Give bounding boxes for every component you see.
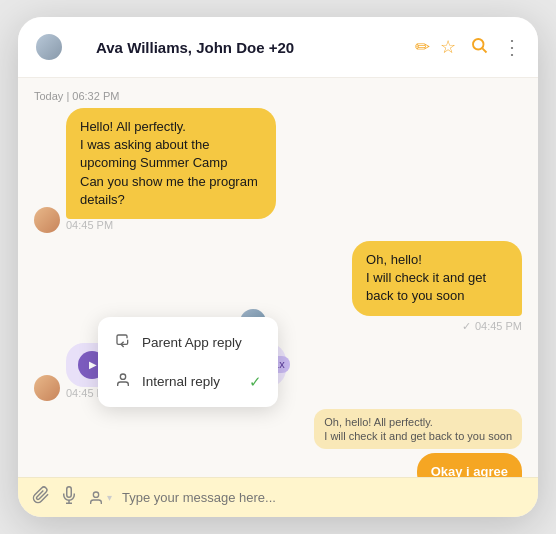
input-bar: ▾: [18, 477, 538, 517]
message-input[interactable]: [122, 490, 524, 505]
parent-reply-icon: [114, 333, 132, 352]
context-item-label: Internal reply: [142, 374, 220, 389]
more-icon[interactable]: ⋮: [502, 35, 522, 59]
internal-reply-icon: [114, 372, 132, 391]
message-bubble: Okay i agree: [417, 453, 522, 477]
avatar-3: [34, 32, 64, 62]
context-menu: Parent App reply Internal reply ✓: [98, 317, 278, 407]
svg-point-0: [473, 39, 484, 50]
chat-area: Today | 06:32 PM Hello! All perfectly. I…: [18, 78, 538, 477]
check-mark: ✓: [249, 373, 262, 391]
sent-message-group: Oh, hello! I will check it and get back …: [272, 241, 522, 335]
sent-compound: Oh, hello! All perfectly. I will check i…: [314, 409, 522, 478]
context-item-label: Parent App reply: [142, 335, 242, 350]
group-avatars: [34, 29, 86, 65]
chat-header: Ava Williams, John Doe +20 ✏ ☆ ⋮: [18, 17, 538, 78]
message-time: 04:45 PM: [66, 219, 374, 231]
header-actions: ☆ ⋮: [440, 35, 522, 59]
message-bubble: Hello! All perfectly. I was asking about…: [66, 108, 276, 219]
message-row: Oh, hello! All perfectly. I will check i…: [34, 409, 522, 478]
attach-icon[interactable]: [32, 486, 50, 509]
dropdown-arrow: ▾: [107, 492, 112, 503]
search-icon[interactable]: [470, 36, 488, 59]
read-receipt: ✓: [462, 320, 471, 333]
date-separator: Today | 06:32 PM: [34, 90, 522, 102]
message-time: 04:45 PM: [475, 320, 522, 332]
message-bubble: Oh, hello! I will check it and get back …: [352, 241, 522, 316]
sender-avatar: [34, 375, 60, 401]
person-dropdown[interactable]: ▾: [88, 490, 112, 506]
message-time-row: ✓ 04:45 PM: [462, 320, 522, 333]
star-icon[interactable]: ☆: [440, 36, 456, 58]
edit-icon[interactable]: ✏: [415, 36, 430, 58]
svg-line-1: [482, 48, 486, 52]
svg-point-5: [93, 492, 98, 497]
context-item-internal-reply[interactable]: Internal reply ✓: [98, 362, 278, 401]
svg-point-2: [120, 374, 125, 379]
quoted-message: Oh, hello! All perfectly. I will check i…: [314, 409, 522, 450]
chat-title: Ava Williams, John Doe +20: [96, 39, 405, 56]
message-row: Hello! All perfectly. I was asking about…: [34, 108, 522, 233]
mic-icon[interactable]: [60, 486, 78, 509]
context-item-parent-reply[interactable]: Parent App reply: [98, 323, 278, 362]
chat-window: Ava Williams, John Doe +20 ✏ ☆ ⋮ Today |…: [18, 17, 538, 517]
sender-avatar: [34, 207, 60, 233]
